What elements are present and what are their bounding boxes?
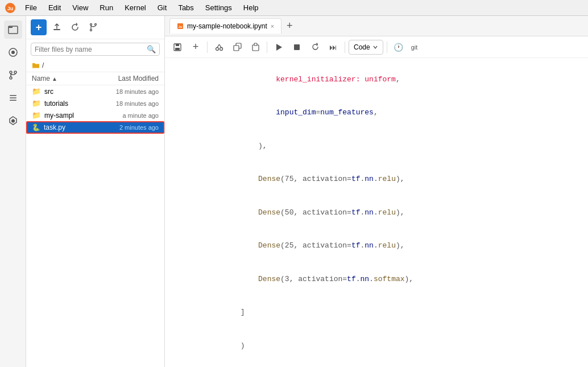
file-item-taskpy[interactable]: 🐍 task.py 2 minutes ago — [26, 121, 164, 134]
toolbar-separator-4 — [387, 42, 387, 53]
icon-bar — [0, 16, 26, 367]
svg-marker-32 — [276, 44, 282, 51]
code-line: ] — [165, 296, 588, 329]
file-date: a minute ago — [96, 112, 159, 119]
code-line: ) — [165, 329, 588, 362]
svg-point-8 — [14, 71, 16, 73]
menu-git[interactable]: Git — [153, 2, 172, 13]
file-panel-toolbar: + — [26, 16, 164, 39]
save-button[interactable] — [169, 39, 185, 55]
svg-point-24 — [216, 48, 218, 51]
code-line: Dense(75, activation=tf.nn.relu), — [165, 163, 588, 196]
new-file-button[interactable]: + — [31, 19, 47, 35]
svg-line-27 — [219, 44, 221, 48]
run-cell-button[interactable] — [271, 39, 287, 55]
file-item-src[interactable]: 📁 src 18 minutes ago — [26, 85, 164, 97]
notebook-tab-icon: Ju — [177, 23, 184, 30]
search-input[interactable] — [35, 46, 147, 53]
main-layout: + — [0, 16, 588, 367]
search-icon: 🔍 — [147, 45, 156, 53]
svg-line-26 — [217, 44, 220, 48]
svg-rect-29 — [234, 46, 239, 51]
tab-bar: Ju my-sample-notebook.ipynt × + — [165, 16, 588, 36]
menubar: Ju File Edit View Run Kernel Git Tabs Se… — [0, 0, 588, 16]
clock-button[interactable]: 🕐 — [391, 39, 407, 55]
file-name: tutorials — [44, 100, 96, 108]
copy-button[interactable] — [229, 39, 245, 55]
column-name-header[interactable]: Name ▲ — [32, 75, 96, 83]
breadcrumb: / — [26, 59, 164, 72]
sidebar-btn-files[interactable] — [4, 20, 22, 39]
folder-icon: 📁 — [32, 87, 41, 96]
svg-rect-15 — [53, 29, 60, 30]
search-box[interactable]: 🔍 — [31, 43, 160, 56]
toolbar-separator — [207, 42, 208, 53]
git-toolbar-button[interactable] — [85, 19, 101, 35]
sidebar-btn-extensions[interactable] — [4, 112, 22, 130]
svg-rect-23 — [175, 48, 180, 50]
sidebar-btn-commands[interactable] — [4, 89, 22, 107]
code-line: Dense(25, activation=tf.nn.relu), — [165, 229, 588, 263]
cut-button[interactable] — [211, 39, 227, 55]
svg-text:Ju: Ju — [178, 25, 182, 28]
file-date: 18 minutes ago — [96, 88, 159, 95]
menu-tabs[interactable]: Tabs — [173, 2, 198, 13]
notebook-tab-filename: my-sample-notebook.ipynt — [187, 22, 267, 30]
file-item-tutorials[interactable]: 📁 tutorials 18 minutes ago — [26, 97, 164, 109]
svg-marker-14 — [11, 119, 15, 123]
add-cell-button[interactable]: + — [188, 39, 204, 55]
file-list-headers: Name ▲ Last Modified — [26, 72, 164, 85]
cell-type-label: Code — [354, 43, 370, 51]
menu-help[interactable]: Help — [239, 2, 263, 13]
file-list: 📁 src 18 minutes ago 📁 tutorials 18 minu… — [26, 85, 164, 367]
refresh-button[interactable] — [67, 19, 83, 35]
git-button[interactable]: git — [409, 39, 420, 55]
column-modified-header[interactable]: Last Modified — [96, 75, 159, 83]
toolbar-separator-2 — [267, 42, 267, 53]
code-content: kernel_initializer: uniform, input_dim=n… — [165, 58, 588, 367]
chevron-down-icon — [372, 44, 378, 50]
svg-point-25 — [220, 48, 222, 51]
menu-view[interactable]: View — [68, 2, 93, 13]
upload-button[interactable] — [49, 19, 65, 35]
file-name: src — [44, 88, 96, 96]
toolbar-separator-3 — [345, 42, 345, 53]
paste-button[interactable] — [247, 39, 263, 55]
svg-rect-11 — [10, 97, 16, 98]
app-logo: Ju — [5, 2, 16, 14]
stop-button[interactable] — [289, 39, 305, 55]
svg-rect-33 — [294, 44, 300, 50]
menu-file[interactable]: File — [20, 2, 42, 13]
new-tab-button[interactable]: + — [283, 19, 296, 33]
code-line: ), — [165, 129, 588, 163]
file-date: 18 minutes ago — [96, 100, 159, 107]
notebook-tab[interactable]: Ju my-sample-notebook.ipynt × — [169, 18, 281, 34]
sort-arrow-icon: ▲ — [52, 76, 57, 82]
folder-icon: 📁 — [32, 99, 41, 108]
fast-forward-button[interactable]: ⏭ — [325, 39, 341, 55]
svg-point-6 — [11, 51, 15, 54]
notebook-area: Ju my-sample-notebook.ipynt × + + — [165, 16, 588, 367]
tab-close-button[interactable]: × — [271, 23, 274, 30]
svg-point-18 — [90, 30, 92, 31]
menu-settings[interactable]: Settings — [201, 2, 237, 13]
code-line: Dense(50, activation=tf.nn.relu), — [165, 196, 588, 229]
menu-kernel[interactable]: Kernel — [120, 2, 151, 13]
file-date: 2 minutes ago — [96, 124, 159, 131]
code-line: Dense(3, activation=tf.nn.softmax), — [165, 262, 588, 296]
svg-point-17 — [95, 24, 97, 26]
cell-type-selector[interactable]: Code — [349, 40, 383, 55]
menu-edit[interactable]: Edit — [44, 2, 65, 13]
sidebar-btn-running[interactable] — [4, 43, 22, 61]
menu-run[interactable]: Run — [95, 2, 118, 13]
notebook-toolbar: + — [165, 36, 588, 58]
restart-button[interactable] — [307, 39, 323, 55]
file-name: task.py — [44, 123, 96, 131]
folder-icon: 📁 — [32, 111, 41, 119]
file-name: my-sampl — [44, 112, 96, 119]
file-item-mysampl[interactable]: 📁 my-sampl a minute ago — [26, 109, 164, 121]
sidebar-btn-git[interactable] — [4, 66, 22, 84]
svg-rect-22 — [176, 44, 179, 46]
svg-rect-31 — [254, 43, 257, 46]
svg-rect-4 — [9, 27, 13, 28]
